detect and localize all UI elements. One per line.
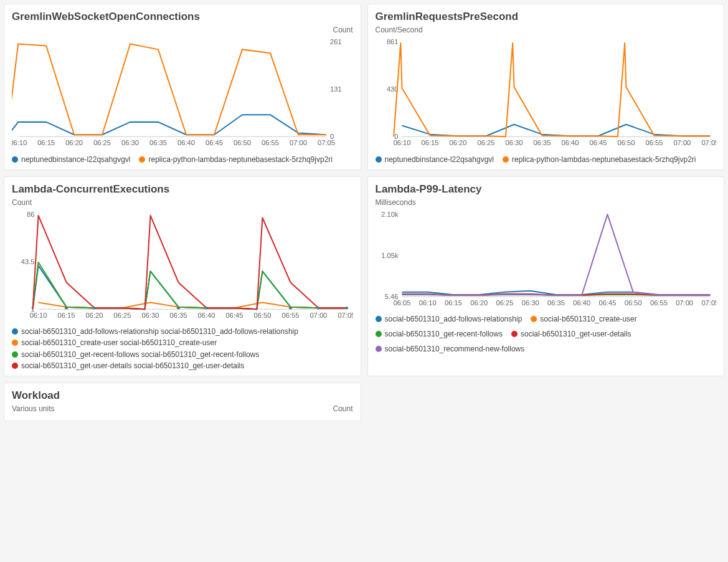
series-line xyxy=(33,262,347,309)
legend-swatch xyxy=(139,156,145,163)
chart-svg: 013126106:1006:1506:2006:2506:3006:3506:… xyxy=(12,37,353,151)
x-tick: 06:50 xyxy=(234,139,251,146)
x-tick: 06:25 xyxy=(93,139,111,146)
unit-right: Count xyxy=(333,26,352,34)
x-tick: 06:45 xyxy=(225,312,243,319)
panel-title: Lambda-ConcurrentExecutions xyxy=(12,183,353,196)
series-line xyxy=(402,214,710,295)
marker-dot xyxy=(206,307,208,309)
x-tick: 06:55 xyxy=(262,139,279,146)
x-tick: 06:20 xyxy=(470,299,488,307)
chart-wrap[interactable]: 013126106:1006:1506:2006:2506:3006:3506:… xyxy=(12,37,353,151)
x-tick: 06:10 xyxy=(418,299,436,307)
legend-item: social-b6501310_recommend-new-follows xyxy=(376,344,525,354)
legend-label: replica-python-lambdas-neptunebasestack-… xyxy=(512,155,696,164)
x-tick: 06:25 xyxy=(496,299,513,307)
panel-gremlin-conns: GremlinWebSocketOpenConnectionsCount0131… xyxy=(4,4,361,170)
x-tick: 07:05 xyxy=(701,139,716,146)
series-line xyxy=(394,43,710,136)
unit-left: Milliseconds xyxy=(376,198,416,207)
marker-dot xyxy=(318,307,320,309)
x-tick: 06:50 xyxy=(617,139,635,146)
y-tick: 43.5 xyxy=(21,258,35,265)
chart-wrap[interactable]: 5.461.05k2.10k06:0506:1006:1506:2006:250… xyxy=(376,209,717,310)
x-tick: 07:05 xyxy=(318,139,335,146)
x-tick: 07:00 xyxy=(310,312,327,319)
y-tick: 261 xyxy=(330,38,342,45)
chart-wrap[interactable]: 143.58606:1006:1506:2006:2506:3006:3506:… xyxy=(12,209,353,323)
x-tick: 06:35 xyxy=(533,139,551,146)
legend-label: replica-python-lambdas-neptunebasestack-… xyxy=(148,155,333,164)
legend-swatch xyxy=(511,331,518,337)
legend-swatch xyxy=(376,156,382,163)
legend-item: neptunedbinstance-l22qsahgvgvl xyxy=(376,155,494,164)
unit-left: Count xyxy=(12,198,32,207)
x-tick: 07:05 xyxy=(338,312,352,319)
x-tick: 06:30 xyxy=(121,139,139,146)
x-tick: 06:30 xyxy=(521,299,539,307)
x-tick: 06:15 xyxy=(58,312,75,319)
legend-item: social-b6501310_get-recent-follows socia… xyxy=(12,350,353,360)
legend: social-b6501310_add-follows-relationship… xyxy=(12,326,353,371)
y-tick: 2.10k xyxy=(381,211,399,218)
x-tick: 06:40 xyxy=(198,312,215,319)
legend-label: social-b6501310_get-recent-follows socia… xyxy=(21,350,259,360)
dashboard-grid: GremlinWebSocketOpenConnectionsCount0131… xyxy=(0,0,728,425)
x-tick: 06:15 xyxy=(37,139,55,146)
chart-svg: 043086106:1006:1506:2006:2506:3006:3506:… xyxy=(376,37,717,151)
legend: social-b6501310_add-follows-relationship… xyxy=(376,314,717,355)
legend-swatch xyxy=(12,156,18,163)
x-tick: 06:35 xyxy=(170,312,187,319)
legend-label: social-b6501310_add-follows-relationship xyxy=(385,314,522,324)
x-tick: 06:20 xyxy=(86,312,103,319)
x-tick: 07:00 xyxy=(290,139,307,146)
panel-title: Workload xyxy=(12,389,353,402)
x-tick: 07:00 xyxy=(676,299,693,307)
chart-wrap[interactable]: 043086106:1006:1506:2006:2506:3006:3506:… xyxy=(376,37,717,151)
legend-item: replica-python-lambdas-neptunebasestack-… xyxy=(139,155,333,164)
x-tick: 06:50 xyxy=(253,312,271,319)
x-tick: 06:25 xyxy=(114,312,131,319)
series-line xyxy=(12,115,326,136)
unit-row: Milliseconds xyxy=(376,198,717,208)
x-tick: 06:55 xyxy=(645,139,663,146)
x-tick: 06:30 xyxy=(505,139,522,146)
x-tick: 06:40 xyxy=(561,139,579,146)
legend-item: social-b6501310_create-user social-b6501… xyxy=(12,338,353,348)
legend: neptunedbinstance-l22qsahgvgvlreplica-py… xyxy=(12,155,353,164)
x-tick: 06:10 xyxy=(393,139,410,146)
legend-item: social-b6501310_get-user-details xyxy=(511,329,631,339)
legend-item: replica-python-lambdas-neptunebasestack-… xyxy=(503,155,696,164)
x-tick: 06:10 xyxy=(12,139,27,146)
x-tick: 07:05 xyxy=(701,299,716,307)
panel-title: GremlinWebSocketOpenConnections xyxy=(12,11,353,23)
y-tick: 86 xyxy=(27,211,34,218)
legend-label: social-b6501310_get-recent-follows xyxy=(385,329,503,339)
legend-swatch xyxy=(12,340,18,346)
legend-label: social-b6501310_create-user social-b6501… xyxy=(21,338,217,348)
x-tick: 06:45 xyxy=(598,299,616,307)
panel-lambda-conc: Lambda-ConcurrentExecutionsCount143.5860… xyxy=(4,176,361,376)
panel-title: Lambda-P99-Latency xyxy=(376,183,717,196)
legend-swatch xyxy=(12,351,18,358)
legend-label: social-b6501310_get-user-details social-… xyxy=(21,361,244,371)
legend-item: social-b6501310_add-follows-relationship xyxy=(376,314,522,324)
series-line xyxy=(33,216,347,309)
x-tick: 06:15 xyxy=(421,139,438,146)
x-tick: 06:45 xyxy=(589,139,607,146)
x-tick: 06:05 xyxy=(393,299,410,307)
unit-row: Various unitsCount xyxy=(12,404,353,414)
series-line xyxy=(402,125,710,136)
series-line xyxy=(402,290,710,294)
legend-swatch xyxy=(531,316,537,322)
legend-item: social-b6501310_get-recent-follows xyxy=(376,329,503,339)
x-tick: 06:55 xyxy=(281,312,299,319)
x-tick: 06:35 xyxy=(547,299,565,307)
marker-dot xyxy=(66,307,69,309)
series-line xyxy=(33,265,347,309)
chart-svg: 143.58606:1006:1506:2006:2506:3006:3506:… xyxy=(12,209,353,323)
unit-row: Count xyxy=(12,26,353,36)
legend-label: neptunedbinstance-l22qsahgvgvl xyxy=(21,155,130,164)
x-tick: 06:35 xyxy=(149,139,167,146)
panel-gremlin-rps: GremlinRequestsPreSecondCount/Second0430… xyxy=(367,4,725,170)
